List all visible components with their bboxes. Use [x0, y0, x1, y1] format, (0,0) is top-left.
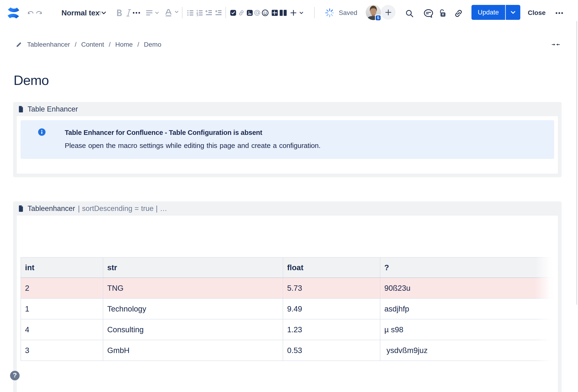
- redo-button[interactable]: [35, 9, 43, 17]
- insert-image-button[interactable]: [247, 10, 253, 16]
- outdent-button[interactable]: [206, 10, 212, 16]
- numbered-list-button[interactable]: [196, 10, 203, 16]
- macro-title: Table Enhancer: [28, 105, 78, 113]
- macro-tableenhancer[interactable]: Tableenhancer | sortDescending = true | …: [13, 201, 562, 392]
- table-row: 2TNG5.7390ß23u: [21, 278, 555, 298]
- more-formatting-icon: [132, 9, 141, 17]
- macro-header[interactable]: Tableenhancer | sortDescending = true | …: [13, 201, 562, 216]
- toolbar-divider: [182, 7, 183, 18]
- text-style-dropdown[interactable]: Normal text: [61, 7, 107, 19]
- collapse-width-icon: [551, 40, 560, 49]
- chevron-down-icon: [100, 9, 107, 16]
- unlock-button[interactable]: [438, 9, 446, 17]
- table-cell[interactable]: Technology: [103, 298, 283, 319]
- spinner-icon: [325, 8, 334, 17]
- table-cell[interactable]: asdjhfp: [380, 298, 555, 319]
- document-icon: [18, 205, 24, 212]
- insert-more-dropdown[interactable]: [290, 10, 304, 16]
- bold-icon: [116, 9, 122, 17]
- table-cell[interactable]: Consulting: [103, 319, 283, 340]
- breadcrumb-item-home[interactable]: Home: [115, 41, 133, 48]
- search-button[interactable]: [405, 9, 414, 18]
- macro-body: intstrfloat? 2TNG5.7390ß23u1Technology9.…: [17, 216, 558, 392]
- bold-button[interactable]: [116, 9, 122, 17]
- outdent-icon: [206, 10, 212, 16]
- invite-button[interactable]: [381, 5, 395, 20]
- search-icon: [405, 9, 414, 18]
- table-cell[interactable]: 1: [21, 298, 103, 319]
- toolbar-more-button[interactable]: [555, 10, 563, 16]
- mention-button[interactable]: [254, 10, 260, 16]
- breadcrumb-item-space[interactable]: Tableenhancer: [27, 41, 70, 48]
- italic-button[interactable]: [126, 9, 131, 17]
- user-avatar[interactable]: S: [366, 5, 381, 20]
- breadcrumb-separator: /: [75, 41, 77, 48]
- chevron-down-icon: [510, 9, 517, 16]
- saving-spinner-icon: [325, 8, 334, 17]
- table-cell[interactable]: GmbH: [103, 340, 283, 361]
- table-header-cell[interactable]: int: [21, 257, 103, 278]
- table-header-cell[interactable]: str: [103, 257, 283, 278]
- close-button[interactable]: Close: [528, 0, 545, 26]
- document-icon: [18, 106, 24, 113]
- table-header-cell[interactable]: ?: [380, 257, 555, 278]
- chevron-down-icon: [174, 9, 179, 15]
- more-icon: [555, 10, 563, 16]
- action-item-icon: [230, 10, 236, 16]
- insert-table-button[interactable]: [272, 10, 278, 16]
- insert-plus-icon: [290, 10, 296, 16]
- table-header-cell[interactable]: float: [283, 257, 380, 278]
- indent-icon: [215, 10, 222, 16]
- comment-button[interactable]: [424, 9, 433, 18]
- indent-button[interactable]: [215, 10, 222, 16]
- table-cell[interactable]: 90ß23u: [380, 278, 555, 298]
- help-button[interactable]: ?: [10, 371, 20, 380]
- insert-link-button[interactable]: [238, 10, 245, 16]
- macro-table-enhancer[interactable]: Table Enhancer Table Enhancer for Conflu…: [13, 102, 562, 177]
- table-cell[interactable]: 3: [21, 340, 103, 361]
- table-cell[interactable]: 2: [21, 278, 103, 298]
- emoji-button[interactable]: [262, 9, 269, 16]
- breadcrumb: Tableenhancer / Content / Home / Demo: [16, 38, 161, 51]
- redo-icon: [35, 9, 43, 17]
- collapse-width-button[interactable]: [550, 39, 561, 50]
- confluence-logo-icon: [8, 6, 19, 20]
- table-cell[interactable]: µ s98: [380, 319, 555, 340]
- bullet-list-button[interactable]: [187, 10, 194, 16]
- emoji-icon: [262, 9, 269, 16]
- link-icon: [453, 9, 463, 18]
- document-icon: [18, 205, 24, 212]
- more-formatting-button[interactable]: [132, 9, 141, 17]
- confluence-logo: [8, 6, 19, 20]
- mention-icon: [254, 10, 260, 16]
- table-cell[interactable]: 9.49: [283, 298, 380, 319]
- scrollbar-thumb[interactable]: [576, 21, 577, 305]
- undo-button[interactable]: [27, 9, 35, 17]
- toolbar-divider: [314, 7, 315, 18]
- breadcrumb-item-page[interactable]: Demo: [144, 41, 161, 48]
- table-cell[interactable]: 5.73: [283, 278, 380, 298]
- italic-icon: [126, 9, 131, 17]
- copy-link-button[interactable]: [453, 9, 463, 18]
- insert-table-icon: [272, 10, 278, 16]
- page-title[interactable]: Demo: [13, 72, 49, 88]
- toolbar-divider: [225, 7, 226, 18]
- bullet-list-icon: [187, 10, 194, 16]
- text-color-dropdown[interactable]: [165, 9, 179, 17]
- document-icon: [18, 106, 24, 113]
- editor-toolbar: Normal text Saved S Update Close: [0, 0, 578, 26]
- table-cell[interactable]: ysdvßm9juz: [380, 340, 555, 361]
- alignment-dropdown[interactable]: [146, 10, 160, 16]
- macro-header[interactable]: Table Enhancer: [13, 102, 562, 116]
- table-cell[interactable]: 4: [21, 319, 103, 340]
- breadcrumb-item-content[interactable]: Content: [81, 41, 104, 48]
- update-dropdown-button[interactable]: [506, 5, 520, 20]
- table-cell[interactable]: 1.23: [283, 319, 380, 340]
- table-cell[interactable]: 0.53: [283, 340, 380, 361]
- update-button[interactable]: Update: [472, 5, 505, 20]
- table-cell[interactable]: TNG: [103, 278, 283, 298]
- add-person-icon: [385, 9, 392, 16]
- action-item-button[interactable]: [230, 10, 236, 16]
- layouts-button[interactable]: [279, 10, 287, 16]
- edit-pencil-icon: [16, 42, 21, 47]
